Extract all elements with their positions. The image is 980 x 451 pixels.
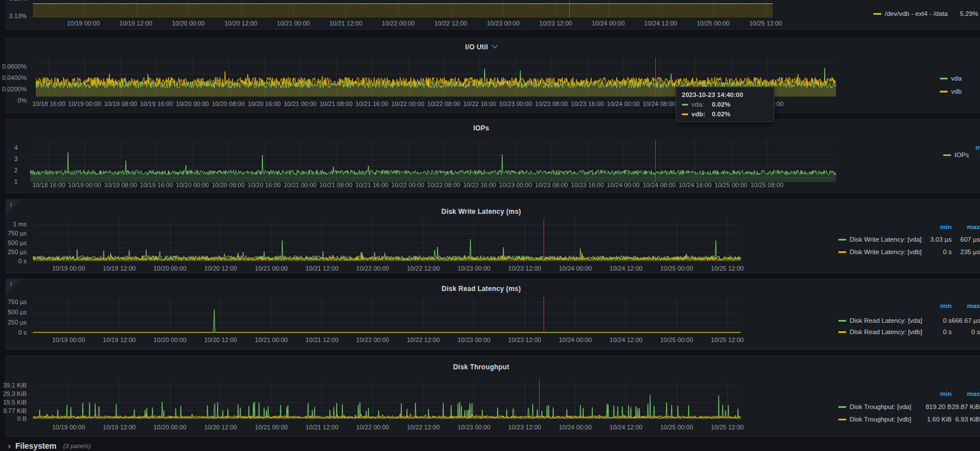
- x-tick-label: 10/25 00:00: [688, 19, 739, 27]
- y-tick-label: 500 µs: [8, 239, 27, 247]
- legend-series-label[interactable]: vda: [951, 75, 962, 82]
- legend-header-min[interactable]: min: [924, 302, 952, 310]
- x-tick-label: 10/22 00:00: [347, 264, 398, 272]
- legend-swatch: [838, 320, 846, 322]
- y-tick-label: 19.5 KiB: [3, 398, 27, 406]
- x-tick-label: 10/24 00:00: [550, 264, 601, 272]
- legend-header-max[interactable]: max: [952, 224, 980, 231]
- y-tick-label: 39.1 KiB: [3, 381, 27, 389]
- legend-header-max[interactable]: max: [952, 302, 980, 310]
- shared-tooltip: 2023-10-23 14:40:00 vda:0.02%vdb:0.02%: [676, 87, 774, 122]
- panel-title[interactable]: Disk Throughput: [6, 363, 956, 371]
- legend-series-label[interactable]: Disk Write Latency: [vdb]: [850, 248, 924, 255]
- y-tick-label: 4: [14, 144, 18, 151]
- legend-header-max[interactable]: max: [952, 390, 980, 398]
- disk-throughput-chart[interactable]: [33, 380, 741, 419]
- disk-write-latency-chart[interactable]: [33, 219, 741, 262]
- x-tick-label: 10/22 12:00: [398, 264, 449, 272]
- x-tick-label: 10/23 00:00: [448, 423, 499, 431]
- legend-swatch: [873, 13, 881, 15]
- legend-row: Disk Troughput: [vda]819.20 B29.87 KiB: [838, 403, 980, 411]
- crosshair-line: [539, 380, 540, 419]
- fs-usage-chart[interactable]: [33, 1, 773, 18]
- x-tick-label: 10/19 12:00: [94, 264, 145, 272]
- y-tick-label: 250 µs: [8, 318, 27, 326]
- panel-title-text: IOPs: [473, 124, 489, 132]
- x-tick-label: 10/21 12:00: [296, 336, 347, 344]
- panel-title[interactable]: Disk Write Latency (ms): [6, 208, 956, 216]
- legend-series-label[interactable]: Disk Troughput: [vdb]: [850, 416, 924, 423]
- legend-header-spacer: [838, 390, 924, 398]
- legend-header: minmax: [838, 302, 980, 310]
- crosshair-line: [655, 140, 656, 182]
- legend-header: minmax: [838, 390, 980, 398]
- legend-row: Disk Read Latency: [vdb]0 s0 s: [838, 328, 980, 336]
- x-tick-label: 10/22 00:00: [373, 19, 424, 27]
- x-tick-label: 10/23 12:00: [499, 336, 550, 344]
- row-title: Filesystem: [15, 441, 56, 451]
- legend-series-label[interactable]: Disk Troughput: [vda]: [850, 403, 924, 410]
- panel-iops: IOPs 4321 10/18 16:0010/19 00:0010/19 08…: [6, 119, 980, 193]
- x-tick-label: 10/20 00:00: [163, 19, 214, 27]
- x-tick-label: 10/24 12:00: [600, 264, 651, 272]
- tooltip-series-name: vda:: [691, 101, 712, 108]
- x-tick-label: 10/20 12:00: [195, 264, 246, 272]
- panel-title[interactable]: IOPs: [6, 124, 956, 132]
- y-tick-label: 0 s: [18, 328, 27, 336]
- legend-max-value: 235 µs: [952, 248, 980, 255]
- x-tick-label: 10/23 12:00: [530, 19, 581, 27]
- legend-row: Disk Read Latency: [vda]0 s666.67 µs: [838, 317, 980, 324]
- x-tick-label: 10/22 12:00: [398, 423, 449, 431]
- tooltip-series-swatch: [682, 113, 688, 115]
- y-tick-label: 6.25%: [9, 0, 27, 2]
- legend-header-min[interactable]: min: [924, 224, 952, 231]
- x-tick-label: 10/25 00:00: [651, 336, 702, 344]
- legend-row: IOPs: [943, 151, 969, 159]
- panel-title[interactable]: Disk Read Latency (ms): [6, 285, 956, 293]
- panel-title-text: Disk Write Latency (ms): [442, 208, 521, 216]
- legend-series-label[interactable]: vdb: [951, 88, 962, 95]
- crosshair-line: [544, 219, 544, 262]
- y-tick-label: 0.0200%: [2, 85, 27, 93]
- legend-min-value: 819.20 B: [924, 403, 952, 410]
- panel-filesystem-usage: 6.25%3.13% 10/19 00:0010/19 12:0010/20 0…: [6, 0, 980, 29]
- x-tick-label: 10/21 00:00: [268, 19, 319, 27]
- legend-min-value: 0 s: [924, 328, 952, 335]
- legend-series-label[interactable]: Disk Read Latency: [vda]: [850, 317, 924, 324]
- legend-series-label[interactable]: IOPs: [954, 151, 969, 158]
- legend-row: Disk Write Latency: [vda]3.03 µs607 µs: [838, 235, 980, 243]
- legend-header-min[interactable]: min: [924, 390, 952, 398]
- x-tick-label: 10/20 00:00: [145, 423, 196, 431]
- x-tick-label: 10/19 12:00: [94, 423, 145, 431]
- y-tick-label: 3: [14, 155, 18, 163]
- x-tick-label: 10/19 00:00: [58, 19, 109, 27]
- x-tick-label: 10/25 12:00: [702, 264, 753, 272]
- x-tick-label: 10/22 12:00: [398, 336, 449, 344]
- legend-max-value: 607 µs: [952, 236, 980, 243]
- x-tick-label: 10/21 12:00: [296, 264, 347, 272]
- legend-series-label[interactable]: Disk Write Latency: [vda]: [850, 236, 924, 243]
- x-tick-label: 10/24 12:00: [600, 423, 651, 431]
- x-tick-label: 10/20 12:00: [195, 423, 246, 431]
- disk-read-latency-chart[interactable]: [33, 297, 741, 333]
- tooltip-series-name: vdb:: [691, 111, 712, 117]
- panel-title[interactable]: I/O Util: [6, 43, 956, 51]
- tooltip-series-value: 0.02%: [712, 111, 731, 117]
- tooltip-row: vda:0.02%: [682, 101, 768, 108]
- legend-series-label[interactable]: Disk Read Latency: [vdb]: [850, 328, 924, 335]
- legend-swatch: [838, 419, 846, 420]
- legend-min-value: 1.60 KiB: [924, 416, 952, 423]
- legend-header-min[interactable]: min: [975, 144, 980, 151]
- y-tick-label: 1 ms: [13, 220, 27, 228]
- x-tick-label: 10/23 12:00: [499, 423, 550, 431]
- iops-chart[interactable]: [30, 140, 837, 182]
- y-tick-label: 0.0400%: [2, 74, 27, 82]
- y-tick-label: 250 µs: [8, 248, 27, 256]
- panel-title-text: I/O Util: [465, 43, 488, 51]
- legend-swatch: [943, 154, 951, 156]
- row-filesystem[interactable]: › Filesystem (3 panels): [6, 441, 91, 451]
- legend-min-value: 0 s: [924, 317, 952, 324]
- y-tick-label: 750 µs: [8, 298, 27, 306]
- legend-max-value: 6.93 KiB: [952, 416, 980, 423]
- x-tick-label: 10/21 12:00: [296, 423, 347, 431]
